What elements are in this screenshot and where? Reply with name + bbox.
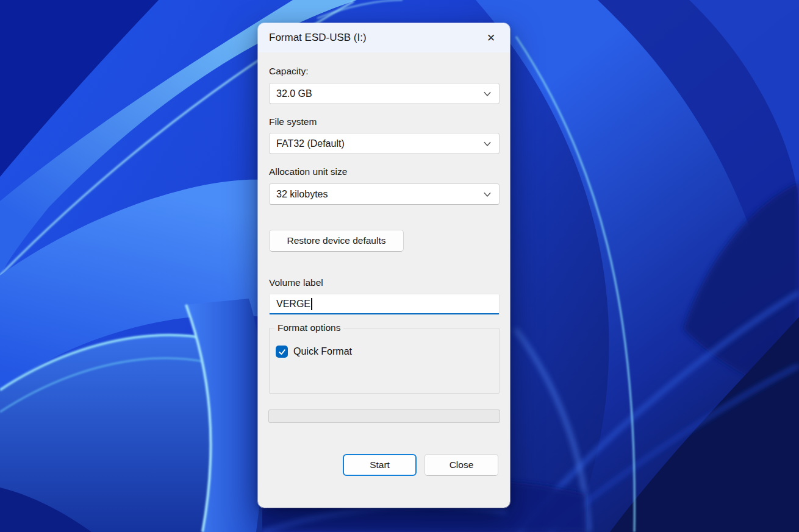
format-dialog: Format ESD-USB (I:) ✕ Capacity: 32.0 GB … [258, 23, 510, 508]
format-progress-bar [268, 410, 500, 423]
capacity-value: 32.0 GB [276, 88, 312, 99]
file-system-value: FAT32 (Default) [276, 138, 345, 149]
checkmark-icon [278, 348, 286, 356]
close-icon: ✕ [487, 33, 495, 43]
format-options-legend: Format options [274, 322, 343, 333]
quick-format-label: Quick Format [293, 346, 352, 357]
volume-label-value: VERGE [276, 299, 310, 310]
dialog-title: Format ESD-USB (I:) [269, 32, 367, 44]
restore-defaults-button[interactable]: Restore device defaults [269, 230, 404, 252]
chevron-down-icon [483, 90, 492, 98]
start-button[interactable]: Start [343, 454, 417, 476]
capacity-dropdown[interactable]: 32.0 GB [269, 83, 500, 104]
capacity-label: Capacity: [269, 66, 309, 77]
text-caret [311, 298, 312, 310]
allocation-unit-dropdown[interactable]: 32 kilobytes [269, 183, 500, 205]
quick-format-row[interactable]: Quick Format [276, 346, 352, 358]
chevron-down-icon [483, 140, 492, 148]
allocation-unit-value: 32 kilobytes [276, 189, 328, 200]
titlebar: Format ESD-USB (I:) ✕ [258, 23, 510, 52]
desktop: Format ESD-USB (I:) ✕ Capacity: 32.0 GB … [0, 0, 799, 532]
close-button[interactable]: ✕ [481, 27, 501, 48]
chevron-down-icon [483, 190, 492, 199]
volume-label-input[interactable]: VERGE [269, 294, 500, 314]
file-system-label: File system [269, 116, 317, 127]
close-dialog-button[interactable]: Close [425, 454, 498, 476]
quick-format-checkbox[interactable] [276, 346, 288, 358]
file-system-dropdown[interactable]: FAT32 (Default) [269, 133, 500, 154]
allocation-unit-label: Allocation unit size [269, 166, 347, 177]
format-options-group: Format options Quick Format [269, 328, 500, 394]
volume-label: Volume label [269, 277, 323, 288]
